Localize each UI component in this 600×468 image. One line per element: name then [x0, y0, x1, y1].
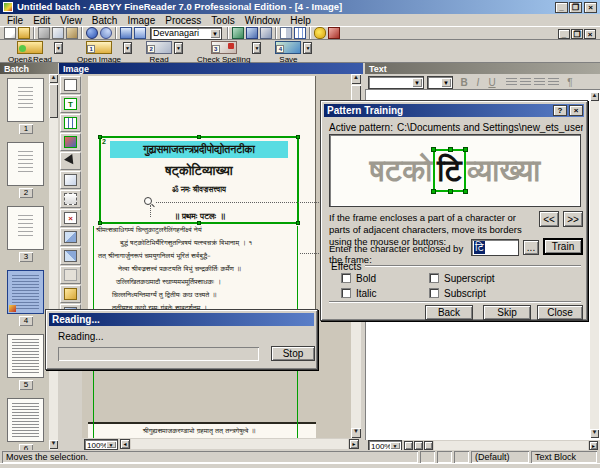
- bold-checkbox[interactable]: [341, 273, 351, 283]
- resize-handle[interactable]: [431, 147, 436, 152]
- image-view-icon[interactable]: [246, 27, 258, 39]
- resize-handle[interactable]: [448, 189, 453, 194]
- bold-button[interactable]: B: [458, 76, 470, 88]
- page-thumbnail-1[interactable]: [7, 78, 44, 122]
- move-frame-left-button[interactable]: <<: [539, 211, 559, 227]
- chevron-down-icon[interactable]: ▼: [210, 29, 220, 38]
- check-spelling-dropdown[interactable]: ▼: [252, 42, 261, 54]
- add-block-tool[interactable]: [60, 171, 81, 189]
- magic-wand-icon[interactable]: [314, 27, 326, 39]
- open-and-read-dropdown[interactable]: ▼: [54, 42, 63, 54]
- table-block-tool[interactable]: [60, 114, 81, 132]
- menu-edit[interactable]: Edit: [28, 15, 55, 26]
- italic-checkbox[interactable]: [341, 288, 351, 298]
- dictionary-icon[interactable]: [328, 27, 340, 39]
- eraser-tool[interactable]: [60, 285, 81, 303]
- paste-icon[interactable]: [66, 27, 78, 39]
- chevron-down-icon[interactable]: ▼: [412, 78, 422, 87]
- redo-icon[interactable]: [100, 27, 112, 39]
- menu-image[interactable]: Image: [122, 15, 160, 26]
- dialog-help-icon[interactable]: ?: [553, 105, 567, 116]
- text-view-mode-button[interactable]: [404, 441, 413, 450]
- facing-pages-icon[interactable]: [280, 27, 292, 39]
- menu-view[interactable]: View: [55, 15, 87, 26]
- save-dropdown[interactable]: ▼: [303, 42, 312, 54]
- close-dialog-button[interactable]: Close: [537, 305, 583, 320]
- resize-handle[interactable]: [448, 147, 453, 152]
- italic-button[interactable]: I: [472, 76, 484, 88]
- pointer-tool[interactable]: [60, 152, 81, 170]
- read-button[interactable]: 2 Read: [146, 41, 172, 64]
- scroll-left-icon[interactable]: ◄: [120, 439, 130, 449]
- page-thumbnail-6[interactable]: [7, 398, 44, 442]
- back-button[interactable]: Back: [425, 305, 473, 320]
- resize-handle[interactable]: [463, 189, 468, 194]
- open-image-button[interactable]: 1 Open Image: [77, 41, 121, 64]
- delete-block-tool[interactable]: ×: [60, 209, 81, 227]
- chevron-down-icon[interactable]: ▼: [106, 441, 116, 448]
- scroll-up-icon[interactable]: ▲: [590, 92, 599, 101]
- scroll-down-icon[interactable]: ▼: [49, 440, 58, 449]
- align-justify-icon[interactable]: [546, 76, 558, 88]
- close-button[interactable]: ×: [584, 2, 597, 13]
- chevron-down-icon[interactable]: ▼: [441, 78, 451, 87]
- scroll-right-icon[interactable]: ►: [589, 441, 598, 450]
- scroll-right-icon[interactable]: ►: [349, 439, 359, 449]
- page-thumbnail-3[interactable]: [7, 206, 44, 250]
- cut-icon[interactable]: [38, 27, 50, 39]
- page-thumbnail-5[interactable]: [7, 334, 44, 378]
- resize-handle[interactable]: [296, 135, 300, 139]
- open-image-dropdown[interactable]: ▼: [123, 42, 132, 54]
- scan-options-icon[interactable]: [232, 27, 244, 39]
- import-file-icon[interactable]: [134, 27, 146, 39]
- image-canvas[interactable]: 2 गुह्यसमाजतन्त्रप्रदीपोद्योतनटीका षट्को…: [82, 74, 351, 438]
- new-batch-icon[interactable]: [4, 27, 16, 39]
- skip-button[interactable]: Skip: [483, 305, 531, 320]
- menu-tools[interactable]: Tools: [206, 15, 239, 26]
- move-block-tool[interactable]: [60, 190, 81, 208]
- font-size-select[interactable]: ▼: [427, 76, 453, 89]
- menu-file[interactable]: File: [2, 15, 28, 26]
- reading-dialog-title[interactable]: Reading...: [49, 313, 314, 326]
- batch-scrollbar[interactable]: [49, 74, 58, 450]
- pattern-dialog-title[interactable]: Pattern Training: [324, 104, 584, 117]
- recognition-language-select[interactable]: Devanagari ▼: [150, 27, 222, 40]
- page-thumbnail-2[interactable]: [7, 142, 44, 186]
- scroll-up-icon[interactable]: ▲: [49, 74, 58, 83]
- resize-handle[interactable]: [197, 135, 201, 139]
- text-view-mode-button[interactable]: [414, 441, 423, 450]
- stop-button[interactable]: Stop: [271, 346, 315, 361]
- font-family-select[interactable]: ▼: [368, 76, 424, 89]
- minimize-button[interactable]: _: [555, 2, 568, 13]
- character-input[interactable]: टि: [471, 239, 519, 256]
- resize-handle[interactable]: [463, 147, 468, 152]
- picture-block-tool[interactable]: [60, 133, 81, 151]
- align-left-icon[interactable]: [504, 76, 516, 88]
- resize-handle[interactable]: [431, 189, 436, 194]
- superscript-checkbox[interactable]: [429, 273, 439, 283]
- maximize-button[interactable]: ❐: [569, 2, 582, 13]
- menu-batch[interactable]: Batch: [87, 15, 123, 26]
- text-hscrollbar[interactable]: [434, 441, 588, 450]
- scroll-down-icon[interactable]: ▼: [351, 428, 361, 438]
- split-blocks-tool[interactable]: [60, 247, 81, 265]
- copy-icon[interactable]: [52, 27, 64, 39]
- menu-process[interactable]: Process: [160, 15, 206, 26]
- merge-blocks-tool[interactable]: [60, 228, 81, 246]
- batch-scroll-thumb[interactable]: [49, 84, 58, 118]
- text-view-mode-button[interactable]: [424, 441, 433, 450]
- zoom-view-icon[interactable]: [260, 27, 272, 39]
- check-spelling-button[interactable]: 3 Check Spelling: [197, 41, 250, 64]
- save-button[interactable]: 4 Save: [275, 41, 301, 64]
- align-right-icon[interactable]: [532, 76, 544, 88]
- align-center-icon[interactable]: [518, 76, 530, 88]
- chevron-down-icon[interactable]: ▼: [390, 442, 400, 449]
- subscript-checkbox[interactable]: [429, 288, 439, 298]
- underline-button[interactable]: U: [486, 76, 498, 88]
- image-zoom-select[interactable]: 100% ▼: [84, 439, 118, 450]
- image-hscrollbar[interactable]: [131, 439, 348, 449]
- scroll-up-icon[interactable]: ▲: [351, 74, 361, 84]
- menu-help[interactable]: Help: [285, 15, 316, 26]
- read-dropdown[interactable]: ▼: [174, 42, 183, 54]
- open-batch-icon[interactable]: [18, 27, 30, 39]
